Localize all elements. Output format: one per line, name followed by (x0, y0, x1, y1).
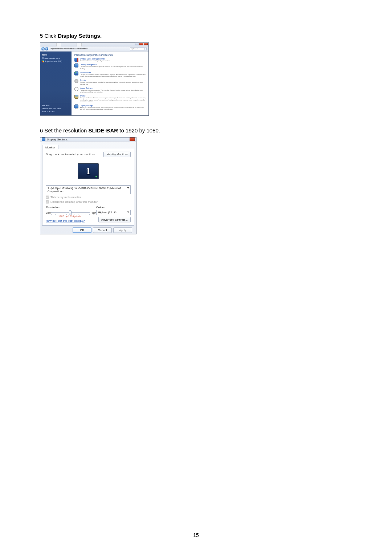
item-desc: Adjust your monitor resolution, which ch… (80, 107, 146, 111)
identify-monitors-button[interactable]: Identify Monitors (103, 152, 131, 157)
apply-button: Apply (113, 227, 132, 233)
desktop-icon (74, 63, 78, 67)
sidebar-heading: Tasks (42, 54, 70, 56)
item-screen-saver[interactable]: Screen Saver Change your screen saver or… (74, 71, 146, 78)
maximize-icon[interactable] (139, 43, 143, 45)
slider-high-label: High (91, 211, 96, 214)
tab-strip: Monitor (42, 143, 134, 149)
colors-select[interactable]: Highest (32 bit) (96, 210, 131, 215)
sound-icon (74, 79, 78, 83)
item-desc: Pick a different mouse pointer. You can … (80, 89, 146, 93)
window-titlebar (40, 43, 148, 46)
item-desc: Choose from available backgrounds or col… (80, 66, 146, 70)
dialog-title: Display Settings (47, 138, 68, 141)
forward-icon[interactable] (45, 47, 48, 50)
titlebar-tab (56, 43, 61, 46)
checkbox-icon (46, 200, 49, 204)
item-display-settings[interactable]: Display Settings Adjust your monitor res… (74, 104, 146, 111)
monitor-icon (74, 104, 78, 108)
sidebar-item-font-size[interactable]: Adjust font size (DPI) (42, 60, 70, 62)
search-placeholder: Search (132, 48, 138, 50)
sidebar-item-taskbar[interactable]: Taskbar and Start Menu (42, 107, 70, 110)
monitor-icon (42, 138, 45, 141)
page-number: 15 (0, 532, 392, 538)
help-link[interactable]: How do I get the best display? (46, 219, 85, 222)
tab-page: Drag the icons to match your monitors. I… (42, 149, 134, 226)
sidebar: Tasks Change desktop icons Adjust font s… (40, 52, 72, 115)
back-icon[interactable] (41, 47, 45, 50)
search-icon[interactable] (144, 48, 147, 50)
breadcrumb[interactable]: « Appearance and Personalization » Perso… (50, 48, 87, 50)
address-bar: « Appearance and Personalization » Perso… (40, 46, 148, 52)
resolution-value: 1280 by 1024 pixels (58, 215, 81, 218)
advanced-settings-button[interactable]: Advanced Settings... (98, 217, 131, 222)
item-desc: Change the theme. Themes can change a wi… (80, 97, 146, 103)
monitor-number: 1 (86, 166, 91, 177)
step6-bold: SLIDE-BAR (88, 127, 118, 134)
display-settings-dialog: Display Settings Monitor Drag the icons … (40, 137, 136, 234)
item-mouse-pointers[interactable]: Mouse Pointers Pick a different mouse po… (74, 87, 146, 93)
step-6-instruction: 6 Set the resolution SLIDE-BAR to 1920 b… (40, 127, 352, 134)
main-panel: Personalize appearance and sounds Window… (72, 52, 148, 115)
slider-thumb-icon[interactable] (69, 210, 72, 215)
screensaver-icon (74, 71, 78, 75)
shield-icon (42, 60, 44, 62)
item-desktop-background[interactable]: Desktop Background Choose from available… (74, 63, 146, 70)
personalization-window: « Appearance and Personalization » Perso… (40, 42, 149, 116)
sidebar-item-desktop-icons[interactable]: Change desktop icons (42, 57, 70, 59)
step6-suffix: to 1920 by 1080. (118, 127, 160, 134)
item-window-color[interactable]: Window Color and Appearance Fine tune th… (74, 58, 146, 62)
slider-low-label: Low (46, 211, 51, 214)
titlebar-tab (77, 43, 82, 46)
item-desc: Fine tune the color and style of your wi… (80, 60, 111, 62)
search-input[interactable]: ▾ Search (130, 47, 147, 50)
monitor-arrange-area[interactable]: 1 (46, 159, 131, 183)
monitor-select[interactable]: 1. (Multiple Monitors) on NVIDIA GeForce… (46, 185, 131, 194)
ok-button[interactable]: OK (73, 227, 91, 233)
step5-prefix: 5 Click (40, 33, 58, 39)
item-desc: Change which sounds are heard when you d… (80, 81, 146, 85)
colors-label: Colors: (96, 206, 131, 209)
cancel-button[interactable]: Cancel (93, 227, 112, 233)
tab-monitor[interactable]: Monitor (42, 145, 58, 149)
item-sounds[interactable]: Sounds Change which sounds are heard whe… (74, 79, 146, 85)
window-controls (135, 43, 148, 45)
step5-bold: Display Settings. (58, 33, 102, 39)
close-icon[interactable] (144, 43, 148, 45)
minimize-icon[interactable] (135, 43, 139, 45)
main-monitor-checkbox: This is my main monitor (46, 196, 131, 199)
color-icon (74, 58, 78, 62)
sidebar-item-ease-access[interactable]: Ease of Access (42, 110, 70, 112)
dialog-titlebar: Display Settings (40, 138, 136, 141)
step6-prefix: 6 Set the resolution (40, 127, 88, 134)
drag-instruction: Drag the icons to match your monitors. (46, 153, 95, 156)
checkbox-icon (46, 196, 49, 199)
dialog-buttons: OK Cancel Apply (42, 226, 134, 235)
mouse-icon (74, 87, 78, 91)
resolution-label: Resolution: (46, 206, 96, 209)
sidebar-see-also-heading: See also (42, 104, 70, 107)
extend-desktop-checkbox: Extend the desktop onto this monitor (46, 200, 131, 204)
monitor-thumbnail[interactable]: 1 (78, 163, 99, 179)
item-desc: Change your screen saver or adjust when … (80, 74, 146, 78)
step-5-instruction: 5 Click Display Settings. (40, 33, 352, 39)
close-icon[interactable] (130, 138, 135, 141)
theme-icon (74, 95, 78, 99)
page-title: Personalize appearance and sounds (74, 54, 146, 56)
item-theme[interactable]: Theme Change the theme. Themes can chang… (74, 95, 146, 103)
